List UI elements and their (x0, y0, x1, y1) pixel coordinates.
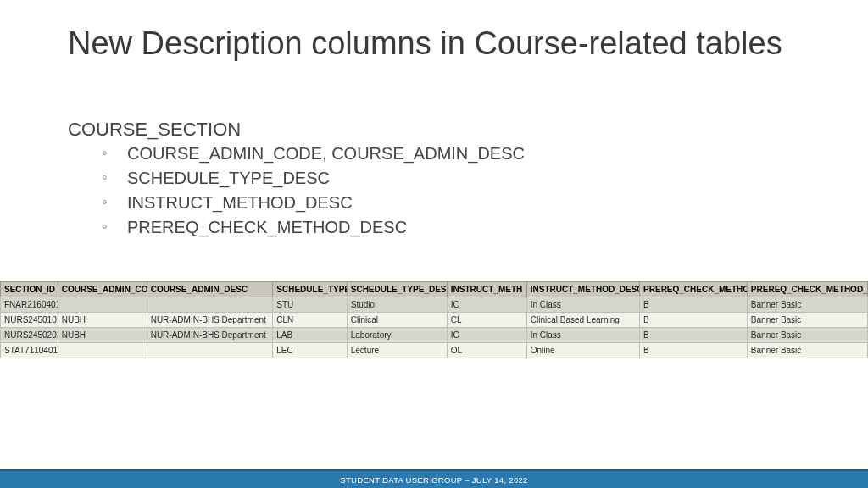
bullet-item: PREREQ_CHECK_METHOD_DESC (102, 218, 525, 237)
table-body: FNAR2160401STUStudioICIn ClassBBanner Ba… (1, 297, 868, 358)
table-cell: Online (526, 343, 639, 358)
table-cell: NUR-ADMIN-BHS Department (147, 328, 273, 343)
table-cell: NUBH (58, 328, 147, 343)
table-cell: CLN (273, 313, 347, 328)
column-header: SCHEDULE_TYPE_DESC (347, 282, 447, 297)
bullet-item: SCHEDULE_TYPE_DESC (102, 169, 525, 188)
table-cell: STAT7110401 (1, 343, 58, 358)
table-cell: B (640, 313, 748, 328)
table-cell: NURS2450201 (1, 328, 58, 343)
table-cell: In Class (526, 328, 639, 343)
table-header-row: SECTION_ID COURSE_ADMIN_CODE COURSE_ADMI… (1, 282, 868, 297)
table-cell: FNAR2160401 (1, 297, 58, 313)
column-header: PREREQ_CHECK_METHOD_DESC (747, 282, 867, 297)
bullet-item: COURSE_ADMIN_CODE, COURSE_ADMIN_DESC (102, 144, 525, 164)
section-heading: COURSE_SECTION (68, 119, 241, 141)
table-row: STAT7110401LECLectureOLOnlineBBanner Bas… (1, 343, 868, 358)
column-header: SCHEDULE_TYPE (273, 282, 347, 297)
table-cell: In Class (526, 297, 639, 313)
footer-bar: STUDENT DATA USER GROUP – JULY 14, 2022 (0, 469, 868, 488)
table-cell: Clinical (347, 313, 447, 328)
table-cell: B (640, 297, 748, 313)
table-cell: Studio (347, 297, 447, 313)
table-cell: Banner Basic (747, 343, 867, 358)
table-cell: CL (447, 313, 526, 328)
table-cell: IC (447, 297, 526, 313)
table-cell: Clinical Based Learning (526, 313, 639, 328)
table-cell: Laboratory (347, 328, 447, 343)
bullet-list: COURSE_ADMIN_CODE, COURSE_ADMIN_DESC SCH… (102, 144, 525, 242)
table-row: NURS2450101NUBHNUR-ADMIN-BHS DepartmentC… (1, 313, 868, 328)
table-cell (58, 343, 147, 358)
slide: New Description columns in Course-relate… (0, 0, 868, 488)
slide-title: New Description columns in Course-relate… (68, 25, 805, 63)
table-cell: OL (447, 343, 526, 358)
table-cell: STU (273, 297, 347, 313)
table-cell: NUBH (58, 313, 147, 328)
table-cell: Banner Basic (747, 297, 867, 313)
table-cell (58, 297, 147, 313)
table-row: FNAR2160401STUStudioICIn ClassBBanner Ba… (1, 297, 868, 313)
column-header: PREREQ_CHECK_METHOD (640, 282, 748, 297)
table-cell (147, 297, 273, 313)
column-header: SECTION_ID (1, 282, 58, 297)
table-cell: LEC (273, 343, 347, 358)
table-cell: Banner Basic (747, 313, 867, 328)
column-header: COURSE_ADMIN_CODE (58, 282, 147, 297)
table-cell: Banner Basic (747, 328, 867, 343)
table-cell (147, 343, 273, 358)
table-cell: NUR-ADMIN-BHS Department (147, 313, 273, 328)
table-cell: NURS2450101 (1, 313, 58, 328)
table-cell: Lecture (347, 343, 447, 358)
footer-text: STUDENT DATA USER GROUP – JULY 14, 2022 (0, 471, 868, 488)
course-section-table: SECTION_ID COURSE_ADMIN_CODE COURSE_ADMI… (0, 281, 868, 358)
table-cell: IC (447, 328, 526, 343)
table-row: NURS2450201NUBHNUR-ADMIN-BHS DepartmentL… (1, 328, 868, 343)
column-header: INSTRUCT_METHOD_DESC (526, 282, 639, 297)
table-cell: B (640, 328, 748, 343)
table-cell: LAB (273, 328, 347, 343)
column-header: COURSE_ADMIN_DESC (147, 282, 273, 297)
column-header: INSTRUCT_METH (447, 282, 526, 297)
table-cell: B (640, 343, 748, 358)
bullet-item: INSTRUCT_METHOD_DESC (102, 193, 525, 213)
